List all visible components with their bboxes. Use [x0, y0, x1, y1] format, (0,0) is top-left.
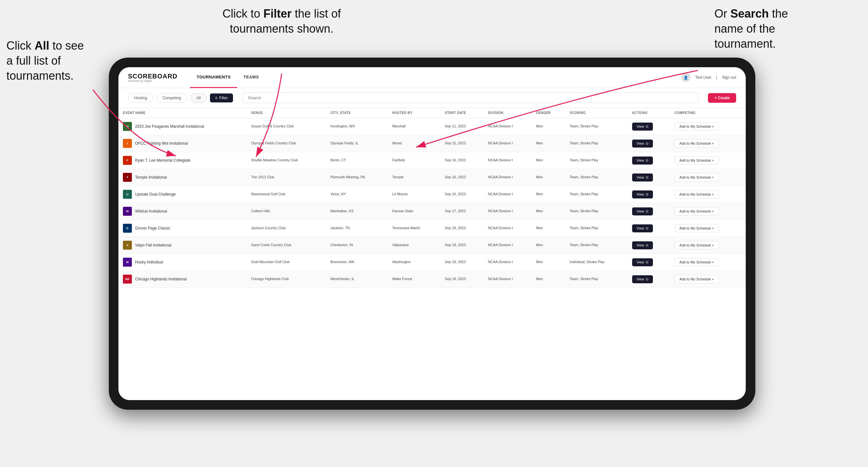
team-logo-1: M: [123, 122, 132, 131]
view-button-8[interactable]: View ⊙: [632, 241, 653, 249]
cell-venue-3: Shuttle Meadow Country Club: [246, 152, 326, 169]
view-button-9[interactable]: View ⊙: [632, 258, 653, 266]
tournaments-table: EVENT NAME VENUE CITY, STATE HOSTED BY S…: [118, 108, 746, 288]
cell-event-name-4: T Temple Invitational: [118, 169, 246, 186]
view-button-5[interactable]: View ⊙: [632, 190, 653, 198]
cell-actions-6: View ⊙: [628, 203, 670, 220]
cell-scoring-5: Team, Stroke Play: [565, 186, 628, 203]
nav-links: TOURNAMENTS TEAMS: [190, 67, 681, 88]
add-schedule-button-6[interactable]: Add to My Schedule +: [675, 207, 719, 215]
add-schedule-button-1[interactable]: Add to My Schedule +: [675, 122, 719, 131]
team-logo-8: V: [123, 241, 132, 250]
add-schedule-button-2[interactable]: Add to My Schedule +: [675, 139, 719, 148]
cell-actions-7: View ⊙: [628, 220, 670, 237]
table-row: W Wildcat Invitational Colbert Hills Man…: [118, 203, 746, 220]
cell-scoring-2: Team, Stroke Play: [565, 135, 628, 152]
col-scoring: SCORING: [565, 108, 628, 118]
cell-competing-10: Add to My Schedule +: [670, 271, 746, 288]
cell-scoring-6: Team, Stroke Play: [565, 203, 628, 220]
table-header: EVENT NAME VENUE CITY, STATE HOSTED BY S…: [118, 108, 746, 118]
nav-tournaments[interactable]: TOURNAMENTS: [190, 67, 237, 88]
view-button-1[interactable]: View ⊙: [632, 123, 653, 131]
cell-hosted-4: Temple: [388, 169, 440, 186]
tab-competing-button[interactable]: Competing: [156, 93, 187, 103]
cell-scoring-10: Team, Stroke Play: [565, 271, 628, 288]
cell-city-2: Olympia Fields, IL: [326, 135, 388, 152]
cell-competing-4: Add to My Schedule +: [670, 169, 746, 186]
cell-hosted-10: Wake Forest: [388, 271, 440, 288]
table-row: W Husky Individual Gold Mountain Golf Cl…: [118, 254, 746, 271]
add-schedule-button-4[interactable]: Add to My Schedule +: [675, 173, 719, 182]
tablet-screen: SCOREBOARD Powered by clippd TOURNAMENTS…: [118, 67, 746, 400]
view-button-10[interactable]: View ⊙: [632, 275, 653, 283]
cell-division-8: NCAA Division I: [484, 237, 532, 254]
cell-city-10: Westchester, IL: [326, 271, 388, 288]
event-name-text-10: Chicago Highlands Invitational: [135, 277, 187, 282]
add-schedule-button-8[interactable]: Add to My Schedule +: [675, 241, 719, 249]
col-actions: ACTIONS: [628, 108, 670, 118]
table-row: M 2023 Joe Feaganes Marshall Invitationa…: [118, 118, 746, 135]
search-input[interactable]: [243, 93, 699, 103]
team-logo-6: W: [123, 207, 132, 216]
cell-date-3: Sep 16, 2023: [440, 152, 484, 169]
cell-actions-2: View ⊙: [628, 135, 670, 152]
cell-city-7: Jackson, TN: [326, 220, 388, 237]
event-name-text-8: Valpo Fall Invitational: [135, 243, 171, 248]
add-schedule-button-9[interactable]: Add to My Schedule +: [675, 258, 719, 266]
view-button-3[interactable]: View ⊙: [632, 157, 653, 164]
nav-teams[interactable]: TEAMS: [237, 67, 265, 88]
cell-gender-9: Men: [532, 254, 565, 271]
team-logo-4: T: [123, 173, 132, 182]
view-button-2[interactable]: View ⊙: [632, 139, 653, 148]
cell-division-5: NCAA Division I: [484, 186, 532, 203]
cell-date-2: Sep 15, 2023: [440, 135, 484, 152]
view-icon-9: ⊙: [646, 260, 648, 264]
cell-event-name-3: F Ryan T. Lee Memorial Collegiate: [118, 152, 246, 169]
cell-actions-9: View ⊙: [628, 254, 670, 271]
cell-event-name-8: V Valpo Fall Invitational: [118, 237, 246, 254]
logo-subtitle: Powered by clippd: [128, 80, 177, 83]
table-row: I OFCC Fighting Illini Invitational Olym…: [118, 135, 746, 152]
cell-competing-9: Add to My Schedule +: [670, 254, 746, 271]
annotation-all: Click All to seea full list oftournament…: [6, 38, 109, 83]
col-start-date: START DATE: [440, 108, 484, 118]
view-button-6[interactable]: View ⊙: [632, 208, 653, 215]
cell-hosted-9: Washington: [388, 254, 440, 271]
col-competing: COMPETING: [670, 108, 746, 118]
add-schedule-button-5[interactable]: Add to My Schedule +: [675, 190, 719, 198]
add-schedule-button-10[interactable]: Add to My Schedule +: [675, 275, 719, 283]
col-city-state: CITY, STATE: [326, 108, 388, 118]
cell-event-name-9: W Husky Individual: [118, 254, 246, 271]
tab-hosting-button[interactable]: Hosting: [128, 93, 153, 103]
annotation-search: Or Search thename of thetournament.: [714, 6, 836, 51]
view-button-7[interactable]: View ⊙: [632, 224, 653, 232]
add-schedule-button-3[interactable]: Add to My Schedule +: [675, 156, 719, 164]
cell-date-4: Sep 16, 2023: [440, 169, 484, 186]
top-nav: SCOREBOARD Powered by clippd TOURNAMENTS…: [118, 67, 746, 88]
sign-out-link[interactable]: Sign out: [722, 75, 736, 80]
view-icon-7: ⊙: [646, 226, 648, 230]
cell-hosted-1: Marshall: [388, 118, 440, 135]
logo-area: SCOREBOARD Powered by clippd: [128, 73, 177, 83]
tab-all-button[interactable]: All: [190, 93, 207, 103]
cell-gender-3: Men: [532, 152, 565, 169]
cell-venue-2: Olympia Fields Country Club: [246, 135, 326, 152]
cell-venue-9: Gold Mountain Golf Club: [246, 254, 326, 271]
table-row: G Grover Page Classic Jackson Country Cl…: [118, 220, 746, 237]
cell-event-name-2: I OFCC Fighting Illini Invitational: [118, 135, 246, 152]
view-icon-1: ⊙: [646, 125, 648, 129]
user-avatar: 👤: [681, 73, 690, 82]
event-name-text-1: 2023 Joe Feaganes Marshall Invitational: [135, 124, 204, 129]
col-gender: GENDER: [532, 108, 565, 118]
event-name-text-3: Ryan T. Lee Memorial Collegiate: [135, 158, 190, 163]
add-schedule-button-7[interactable]: Add to My Schedule +: [675, 224, 719, 232]
cell-division-6: NCAA Division I: [484, 203, 532, 220]
table-row: V Valpo Fall Invitational Sand Creek Cou…: [118, 237, 746, 254]
annotation-filter: Click to Filter the list oftournaments s…: [186, 6, 378, 36]
col-venue: VENUE: [246, 108, 326, 118]
view-button-4[interactable]: View ⊙: [632, 174, 653, 182]
table-row: WF Chicago Highlands Invitational Chicag…: [118, 271, 746, 288]
filter-button[interactable]: ≡ Filter: [210, 93, 233, 102]
cell-division-7: NCAA Division I: [484, 220, 532, 237]
create-button[interactable]: + Create: [708, 93, 736, 103]
